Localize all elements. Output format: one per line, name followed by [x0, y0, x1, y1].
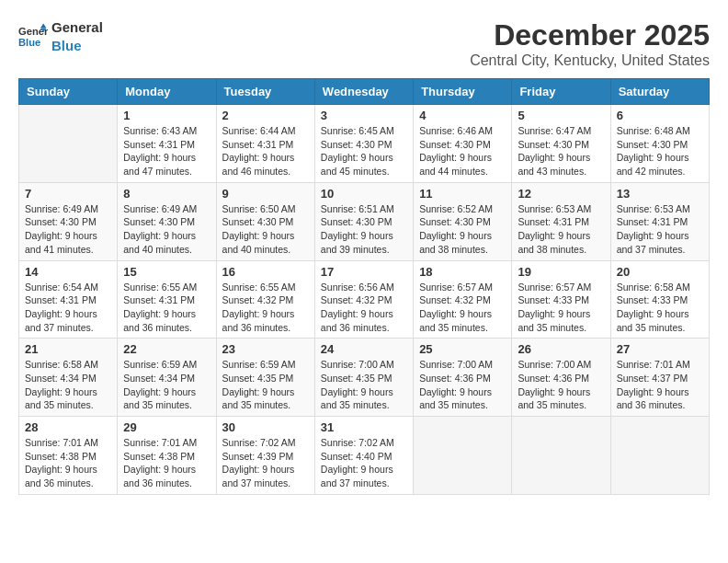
day-number-26: 26 — [518, 342, 604, 356]
day-number-3: 3 — [321, 109, 407, 122]
day-number-9: 9 — [222, 187, 309, 201]
day-info-17: Sunrise: 6:56 AMSunset: 4:32 PMDaylight:… — [321, 281, 407, 335]
day-info-15: Sunrise: 6:55 AMSunset: 4:31 PMDaylight:… — [123, 281, 210, 335]
day-cell-17: 17Sunrise: 6:56 AMSunset: 4:32 PMDayligh… — [314, 260, 413, 339]
day-info-26: Sunrise: 7:00 AMSunset: 4:36 PMDaylight:… — [518, 358, 604, 412]
day-info-16: Sunrise: 6:55 AMSunset: 4:32 PMDaylight:… — [222, 281, 309, 335]
day-number-12: 12 — [518, 187, 604, 201]
day-number-10: 10 — [321, 187, 407, 201]
day-number-2: 2 — [222, 109, 309, 122]
header-wednesday: Wednesday — [314, 79, 413, 105]
week-row-1: 1Sunrise: 6:43 AMSunset: 4:31 PMDaylight… — [19, 105, 710, 183]
day-number-21: 21 — [25, 342, 111, 356]
day-info-8: Sunrise: 6:49 AMSunset: 4:30 PMDaylight:… — [123, 202, 210, 257]
title-section: December 2025 Central City, Kentucky, Un… — [470, 18, 710, 69]
day-number-24: 24 — [321, 342, 407, 356]
day-number-22: 22 — [123, 342, 210, 356]
logo-line2: Blue — [51, 37, 103, 55]
day-info-23: Sunrise: 6:59 AMSunset: 4:35 PMDaylight:… — [222, 358, 309, 412]
day-info-20: Sunrise: 6:58 AMSunset: 4:33 PMDaylight:… — [617, 281, 703, 335]
empty-cell — [512, 417, 610, 495]
day-number-31: 31 — [321, 420, 407, 434]
day-cell-21: 21Sunrise: 6:58 AMSunset: 4:34 PMDayligh… — [19, 339, 118, 417]
week-row-4: 21Sunrise: 6:58 AMSunset: 4:34 PMDayligh… — [19, 339, 710, 417]
day-cell-12: 12Sunrise: 6:53 AMSunset: 4:31 PMDayligh… — [512, 182, 610, 260]
day-number-11: 11 — [419, 187, 506, 201]
logo-icon: General Blue — [18, 22, 48, 52]
empty-cell — [610, 417, 709, 495]
day-number-6: 6 — [617, 109, 703, 122]
day-number-28: 28 — [25, 420, 111, 434]
day-info-30: Sunrise: 7:02 AMSunset: 4:39 PMDaylight:… — [222, 436, 309, 490]
day-number-7: 7 — [25, 187, 111, 201]
header-monday: Monday — [118, 79, 216, 105]
page-header: General Blue General Blue December 2025 … — [18, 18, 710, 69]
day-number-18: 18 — [419, 265, 506, 279]
day-cell-10: 10Sunrise: 6:51 AMSunset: 4:30 PMDayligh… — [314, 182, 413, 260]
day-number-5: 5 — [518, 109, 604, 122]
day-cell-18: 18Sunrise: 6:57 AMSunset: 4:32 PMDayligh… — [414, 260, 512, 339]
day-cell-5: 5Sunrise: 6:47 AMSunset: 4:30 PMDaylight… — [512, 105, 610, 183]
day-cell-20: 20Sunrise: 6:58 AMSunset: 4:33 PMDayligh… — [610, 260, 709, 339]
day-info-12: Sunrise: 6:53 AMSunset: 4:31 PMDaylight:… — [518, 202, 604, 257]
day-cell-28: 28Sunrise: 7:01 AMSunset: 4:38 PMDayligh… — [19, 417, 118, 495]
day-cell-6: 6Sunrise: 6:48 AMSunset: 4:30 PMDaylight… — [610, 105, 709, 183]
day-info-29: Sunrise: 7:01 AMSunset: 4:38 PMDaylight:… — [123, 436, 210, 490]
day-cell-31: 31Sunrise: 7:02 AMSunset: 4:40 PMDayligh… — [314, 417, 413, 495]
week-row-2: 7Sunrise: 6:49 AMSunset: 4:30 PMDaylight… — [19, 182, 710, 260]
header-tuesday: Tuesday — [216, 79, 314, 105]
day-info-7: Sunrise: 6:49 AMSunset: 4:30 PMDaylight:… — [25, 202, 111, 257]
day-info-18: Sunrise: 6:57 AMSunset: 4:32 PMDaylight:… — [419, 281, 506, 335]
day-cell-27: 27Sunrise: 7:01 AMSunset: 4:37 PMDayligh… — [610, 339, 709, 417]
day-cell-30: 30Sunrise: 7:02 AMSunset: 4:39 PMDayligh… — [216, 417, 314, 495]
location-title: Central City, Kentucky, United States — [470, 52, 710, 69]
day-info-13: Sunrise: 6:53 AMSunset: 4:31 PMDaylight:… — [617, 202, 703, 257]
day-info-21: Sunrise: 6:58 AMSunset: 4:34 PMDaylight:… — [25, 358, 111, 412]
day-cell-3: 3Sunrise: 6:45 AMSunset: 4:30 PMDaylight… — [314, 105, 413, 183]
day-info-19: Sunrise: 6:57 AMSunset: 4:33 PMDaylight:… — [518, 281, 604, 335]
day-cell-9: 9Sunrise: 6:50 AMSunset: 4:30 PMDaylight… — [216, 182, 314, 260]
day-info-24: Sunrise: 7:00 AMSunset: 4:35 PMDaylight:… — [321, 358, 407, 412]
day-cell-23: 23Sunrise: 6:59 AMSunset: 4:35 PMDayligh… — [216, 339, 314, 417]
day-info-2: Sunrise: 6:44 AMSunset: 4:31 PMDaylight:… — [222, 124, 309, 178]
day-number-16: 16 — [222, 265, 309, 279]
day-number-8: 8 — [123, 187, 210, 201]
day-info-6: Sunrise: 6:48 AMSunset: 4:30 PMDaylight:… — [617, 124, 703, 178]
day-info-27: Sunrise: 7:01 AMSunset: 4:37 PMDaylight:… — [617, 358, 703, 412]
header-friday: Friday — [512, 79, 610, 105]
day-info-3: Sunrise: 6:45 AMSunset: 4:30 PMDaylight:… — [321, 124, 407, 178]
logo-line1: General — [51, 18, 103, 37]
day-info-14: Sunrise: 6:54 AMSunset: 4:31 PMDaylight:… — [25, 281, 111, 335]
day-number-14: 14 — [25, 265, 111, 279]
day-number-17: 17 — [321, 265, 407, 279]
day-number-15: 15 — [123, 265, 210, 279]
day-info-22: Sunrise: 6:59 AMSunset: 4:34 PMDaylight:… — [123, 358, 210, 412]
month-title: December 2025 — [470, 18, 710, 52]
calendar-header-row: SundayMondayTuesdayWednesdayThursdayFrid… — [19, 79, 710, 105]
week-row-3: 14Sunrise: 6:54 AMSunset: 4:31 PMDayligh… — [19, 260, 710, 339]
day-number-30: 30 — [222, 420, 309, 434]
day-number-27: 27 — [617, 342, 703, 356]
day-number-4: 4 — [419, 109, 506, 122]
logo: General Blue General Blue — [18, 18, 103, 54]
week-row-5: 28Sunrise: 7:01 AMSunset: 4:38 PMDayligh… — [19, 417, 710, 495]
day-cell-14: 14Sunrise: 6:54 AMSunset: 4:31 PMDayligh… — [19, 260, 118, 339]
day-cell-1: 1Sunrise: 6:43 AMSunset: 4:31 PMDaylight… — [118, 105, 216, 183]
day-cell-4: 4Sunrise: 6:46 AMSunset: 4:30 PMDaylight… — [414, 105, 512, 183]
day-cell-29: 29Sunrise: 7:01 AMSunset: 4:38 PMDayligh… — [118, 417, 216, 495]
day-cell-8: 8Sunrise: 6:49 AMSunset: 4:30 PMDaylight… — [118, 182, 216, 260]
day-cell-7: 7Sunrise: 6:49 AMSunset: 4:30 PMDaylight… — [19, 182, 118, 260]
day-number-19: 19 — [518, 265, 604, 279]
header-sunday: Sunday — [19, 79, 118, 105]
day-number-1: 1 — [123, 109, 210, 122]
empty-cell — [414, 417, 512, 495]
day-number-25: 25 — [419, 342, 506, 356]
day-cell-11: 11Sunrise: 6:52 AMSunset: 4:30 PMDayligh… — [414, 182, 512, 260]
day-cell-25: 25Sunrise: 7:00 AMSunset: 4:36 PMDayligh… — [414, 339, 512, 417]
calendar-table: SundayMondayTuesdayWednesdayThursdayFrid… — [18, 78, 710, 495]
day-info-25: Sunrise: 7:00 AMSunset: 4:36 PMDaylight:… — [419, 358, 506, 412]
day-number-23: 23 — [222, 342, 309, 356]
day-number-13: 13 — [617, 187, 703, 201]
day-info-28: Sunrise: 7:01 AMSunset: 4:38 PMDaylight:… — [25, 436, 111, 490]
day-number-29: 29 — [123, 420, 210, 434]
